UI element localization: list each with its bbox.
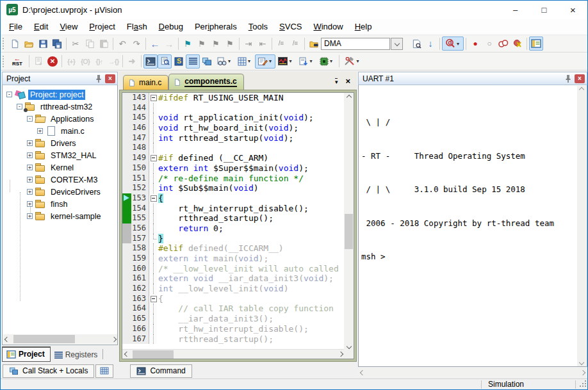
- tree-item-kernel-sample[interactable]: +kernel-sample: [3, 210, 117, 222]
- clear-bookmarks-button[interactable]: ⚑: [223, 37, 237, 51]
- project-panel-close-button[interactable]: ×: [105, 74, 115, 83]
- close-editor-button[interactable]: ×: [345, 76, 350, 86]
- code-text[interactable]: extern int $Super$$main(void);: [157, 163, 309, 174]
- tree-expander[interactable]: +: [27, 152, 33, 158]
- resize-grip[interactable]: [578, 380, 586, 388]
- trace-window-button[interactable]: ▾: [296, 54, 316, 69]
- scroll-left-icon[interactable]: [360, 370, 365, 375]
- tab-project[interactable]: Project: [2, 346, 51, 362]
- tab-components-c[interactable]: components.c: [168, 74, 243, 90]
- start-stop-debug-button[interactable]: d ▾: [442, 37, 464, 51]
- tree-expander[interactable]: +: [27, 213, 33, 219]
- close-button[interactable]: ×: [559, 1, 587, 19]
- show-next-statement-button[interactable]: ➜: [125, 54, 139, 69]
- menu-project[interactable]: Project: [83, 19, 120, 34]
- code-text[interactable]: int __low_level_init(void): [157, 284, 289, 294]
- tree-expander[interactable]: +: [27, 140, 33, 146]
- new-file-button[interactable]: [8, 37, 22, 51]
- reset-button[interactable]: ← RST: [8, 54, 27, 69]
- code-text[interactable]: extern void __iar_data_init3(void);: [157, 273, 334, 284]
- scroll-down-icon[interactable]: [346, 344, 351, 349]
- code-text[interactable]: rt_hw_interrupt_disable();: [157, 324, 309, 334]
- menu-window[interactable]: Window: [307, 19, 348, 34]
- toolbar-grip[interactable]: [3, 38, 6, 49]
- code-text[interactable]: #ifdef RT_USING_USER_MAIN: [157, 93, 284, 103]
- code-text[interactable]: [157, 143, 158, 153]
- code-text[interactable]: // call IAR table copy function: [157, 304, 334, 314]
- disable-all-breakpoints-button[interactable]: [496, 37, 510, 51]
- cut-button[interactable]: ✂: [69, 37, 83, 51]
- code-line-147[interactable]: 147int rtthread_startup(void);: [122, 133, 345, 143]
- code-text[interactable]: extern int main(void);: [157, 254, 268, 264]
- code-line-156[interactable]: 156 return 0;: [122, 223, 345, 234]
- project-tree-hscrollbar[interactable]: [3, 334, 118, 344]
- tree-item-main-c[interactable]: +main.c: [3, 125, 117, 137]
- code-text[interactable]: rtthread_startup();: [157, 334, 274, 345]
- tab-command[interactable]: Command: [130, 364, 192, 378]
- code-line-164[interactable]: 164 // call IAR table copy function: [122, 304, 345, 314]
- code-text[interactable]: int $Sub$$main(void): [157, 183, 259, 193]
- scroll-right-icon[interactable]: [580, 370, 585, 375]
- code-text[interactable]: void rt_application_init(void);: [157, 113, 314, 123]
- copy-button[interactable]: [83, 37, 97, 51]
- minimize-button[interactable]: –: [501, 1, 530, 19]
- indent-button[interactable]: ⇥: [241, 37, 256, 51]
- code-text[interactable]: }: [157, 234, 163, 244]
- code-line-151[interactable]: 151/* re-define main function */: [122, 174, 345, 184]
- pin-icon[interactable]: [95, 74, 102, 83]
- toolbox-button[interactable]: ▾: [341, 54, 363, 69]
- kill-all-breakpoints-button[interactable]: [510, 37, 525, 51]
- code-line-144[interactable]: 144: [122, 103, 345, 113]
- code-text[interactable]: [157, 103, 158, 113]
- tree-expander[interactable]: +: [27, 177, 33, 183]
- code-line-149[interactable]: 149#if defined (__CC_ARM): [122, 153, 345, 163]
- tree-item-devicedrivers[interactable]: +DeviceDrivers: [3, 186, 117, 198]
- scroll-up-icon[interactable]: [346, 95, 351, 100]
- code-text[interactable]: rt_hw_interrupt_disable();: [157, 204, 309, 214]
- maximize-button[interactable]: □: [530, 1, 559, 19]
- fold-collapse-icon[interactable]: [149, 294, 157, 304]
- menu-help[interactable]: Help: [349, 19, 378, 34]
- code-line-148[interactable]: 148: [122, 143, 345, 153]
- scrollbar-thumb[interactable]: [133, 350, 174, 359]
- command-window-button[interactable]: [143, 54, 158, 69]
- code-text[interactable]: void rt_hw_board_init(void);: [157, 123, 298, 133]
- code-text[interactable]: return 0;: [157, 223, 224, 234]
- code-line-167[interactable]: 167 rtthread_startup();: [122, 334, 345, 345]
- code-editor[interactable]: 143#ifdef RT_USING_USER_MAIN144145void r…: [122, 93, 345, 351]
- tab-main-c[interactable]: main.c: [123, 75, 168, 90]
- tab-call-stack-locals[interactable]: Call Stack + Locals: [3, 364, 94, 378]
- call-stack-window-button[interactable]: [200, 54, 214, 69]
- code-line-153[interactable]: 153{: [122, 193, 345, 204]
- step-over-button[interactable]: {O}: [78, 54, 92, 69]
- code-text[interactable]: /* __low_level_init will auto called: [157, 264, 339, 274]
- run-button[interactable]: [31, 54, 45, 69]
- uncomment-button[interactable]: /≡: [288, 37, 302, 51]
- insert-breakpoint-button[interactable]: ●: [468, 37, 482, 51]
- find-next-button[interactable]: [409, 37, 423, 51]
- paste-button[interactable]: [97, 37, 111, 51]
- undo-button[interactable]: ↶: [115, 37, 129, 51]
- save-all-button[interactable]: [50, 37, 64, 51]
- save-button[interactable]: [36, 37, 50, 51]
- tree-item-finsh[interactable]: +finsh: [3, 198, 117, 210]
- next-bookmark-button[interactable]: ⚑: [195, 37, 209, 51]
- find-in-files-button[interactable]: [307, 37, 321, 51]
- code-line-162[interactable]: 162int __low_level_init(void): [122, 284, 345, 294]
- fold-collapse-icon[interactable]: [149, 193, 157, 204]
- tree-expander[interactable]: +: [27, 201, 33, 207]
- editor-vscrollbar[interactable]: [344, 93, 354, 351]
- tree-expander[interactable]: +: [27, 165, 33, 170]
- code-text[interactable]: /* re-define main function */: [157, 174, 304, 184]
- code-line-166[interactable]: 166 rt_hw_interrupt_disable();: [122, 324, 345, 334]
- tab-registers[interactable]: Registers: [51, 348, 103, 362]
- scrollbar-thumb[interactable]: [345, 214, 353, 249]
- code-line-157[interactable]: 157}: [122, 234, 345, 244]
- code-text[interactable]: {: [157, 294, 163, 304]
- unindent-button[interactable]: ⇤: [256, 37, 270, 51]
- project-window-toggle-button[interactable]: [529, 37, 543, 51]
- scroll-up-icon[interactable]: [579, 87, 584, 92]
- tree-expander[interactable]: -: [6, 92, 12, 97]
- navigate-back-button[interactable]: ←: [148, 37, 162, 51]
- tree-expander[interactable]: -: [27, 116, 33, 122]
